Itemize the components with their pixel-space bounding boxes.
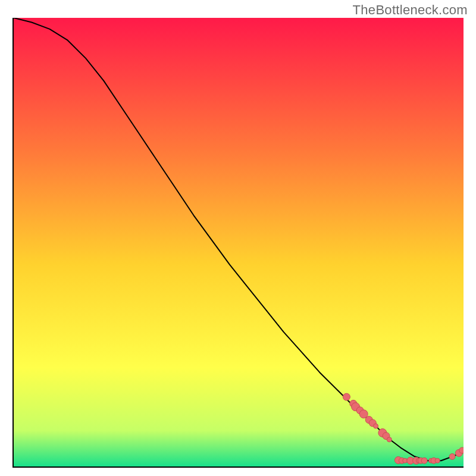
chart-frame: TheBottleneck.com: [0, 0, 476, 476]
data-point: [374, 424, 378, 428]
watermark-text: TheBottleneck.com: [353, 2, 468, 18]
plot-area: [14, 18, 464, 466]
data-point: [421, 458, 427, 464]
data-point: [435, 458, 440, 463]
data-point: [449, 453, 455, 459]
data-point: [343, 393, 350, 400]
plot-svg: [14, 18, 464, 466]
data-point: [459, 447, 464, 453]
data-point: [387, 437, 392, 442]
gradient-background: [14, 18, 464, 466]
